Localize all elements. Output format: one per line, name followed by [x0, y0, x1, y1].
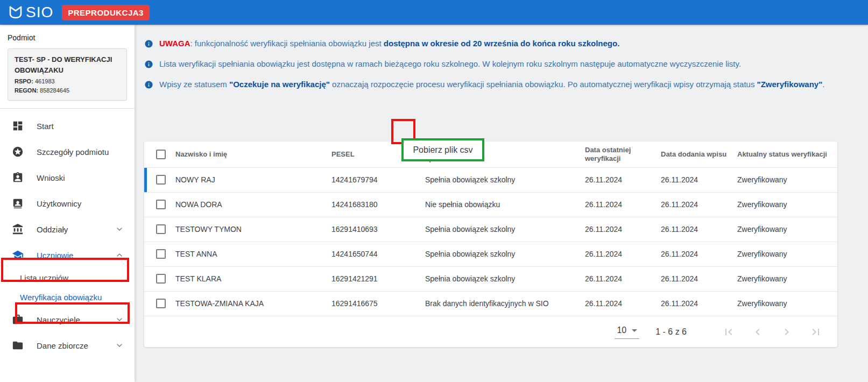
cell-result: Spełnia obowiązek szkolny [425, 217, 585, 242]
row-checkbox[interactable] [156, 175, 166, 185]
notice-text: Wpisy ze statusem "Oczekuje na weryfikac… [159, 80, 825, 90]
entity-name: TEST- SP - DO WERYFIKACJI OBOWIĄZAKU [15, 54, 120, 75]
sio-logo[interactable]: SIO [8, 4, 53, 20]
user-card-icon [12, 197, 24, 209]
notices: UWAGA: funkcjonalność weryfikacji spełni… [144, 39, 860, 100]
cell-result: Nie spełnia obowiązku [425, 192, 585, 217]
cell-pesel: 16291421291 [331, 266, 425, 291]
cell-status: Zweryfikowany [737, 192, 837, 217]
cell-name: TEST KLARA [175, 266, 331, 291]
sidebar-item-dane-zbiorcze[interactable]: Dane zbiorcze [0, 333, 135, 358]
notice-text: Lista weryfikacji spełniania obowiązku j… [159, 59, 741, 69]
table-row[interactable]: NOWA DORA 14241683180 Nie spełnia obowią… [144, 192, 837, 217]
table-row[interactable]: TESTOWA-ZMIANA KAJA 16291416675 Brak dan… [144, 291, 837, 316]
table-row[interactable]: TEST ANNA 14241650744 Spełnia obowiązek … [144, 242, 837, 266]
column-header-name: Nazwisko i imię [175, 142, 331, 167]
chevron-down-icon [115, 225, 124, 234]
row-checkbox[interactable] [156, 299, 166, 308]
notice: Wpisy ze statusem "Oczekuje na weryfikac… [144, 80, 860, 90]
cell-added: 26.11.2024 [661, 167, 737, 192]
sidebar: Podmiot TEST- SP - DO WERYFIKACJI OBOWIĄ… [0, 25, 135, 382]
caret-down-icon [632, 329, 637, 332]
sidebar-menu: StartSzczegóły podmiotuWnioskiUżytkownic… [0, 109, 135, 358]
cell-last-verification: 26.11.2024 [585, 167, 661, 192]
cell-last-verification: 26.11.2024 [585, 291, 661, 316]
sidebar-item-label: Użytkownicy [37, 199, 81, 208]
institution-icon [12, 223, 24, 235]
folder-icon [12, 339, 24, 351]
cell-result: Spełnia obowiązek szkolny [425, 242, 585, 266]
previous-page-icon[interactable] [751, 326, 764, 338]
cell-last-verification: 26.11.2024 [585, 266, 661, 291]
chevron-up-icon [115, 251, 124, 259]
sidebar-item-weryfikacja-obowiazku[interactable]: Weryfikacja obowiązku [0, 287, 135, 307]
last-page-icon[interactable] [809, 326, 822, 338]
sidebar-item-label: Szczegóły podmiotu [37, 147, 109, 157]
cell-status: Zweryfikowany [737, 217, 837, 242]
row-checkbox[interactable] [156, 200, 166, 209]
cell-status: Zweryfikowany [737, 167, 837, 192]
top-bar: SIO PREPRODUKCJA3 [0, 0, 868, 25]
column-header-added: Data dodania wpisu [661, 142, 737, 167]
verification-table: Nazwisko i imię PESEL Wynik weryfikacji … [144, 142, 837, 316]
sidebar-item-label: Dane zbiorcze [37, 341, 88, 350]
entity-regon: REGON: 858284645 [15, 87, 120, 94]
column-header-status: Aktualny status weryfikacji [737, 142, 837, 167]
sidebar-item-label: Nauczyciele [37, 315, 80, 324]
cell-added: 26.11.2024 [661, 291, 737, 316]
sidebar-item-label: Oddziały [37, 225, 68, 234]
sidebar-item-label: Wnioski [37, 173, 65, 182]
info-icon [144, 39, 153, 48]
next-page-icon[interactable] [780, 326, 793, 338]
table-footer: 10 1 - 6 z 6 [144, 316, 837, 347]
star-icon [12, 146, 24, 158]
table-row[interactable]: NOWY RAJ 14241679794 Spełnia obowiązek s… [144, 167, 837, 192]
table-header-row: Nazwisko i imię PESEL Wynik weryfikacji … [144, 142, 837, 167]
cell-pesel: 14241650744 [331, 242, 425, 266]
sidebar-section-label: Podmiot [0, 25, 135, 47]
cell-added: 26.11.2024 [661, 217, 737, 242]
first-page-icon[interactable] [722, 326, 735, 338]
cell-added: 26.11.2024 [661, 192, 737, 217]
sidebar-item-szczegoly-podmiotu[interactable]: Szczegóły podmiotu [0, 139, 135, 165]
cell-name: TESTOWA-ZMIANA KAJA [175, 291, 331, 316]
cell-result: Spełnia obowiązek szkolny [425, 266, 585, 291]
info-icon [144, 60, 153, 69]
row-checkbox[interactable] [156, 274, 166, 284]
row-checkbox[interactable] [156, 249, 166, 259]
sidebar-item-oddzialy[interactable]: Oddziały [0, 216, 135, 242]
cell-last-verification: 26.11.2024 [585, 217, 661, 242]
sidebar-item-lista-uczniow[interactable]: Lista uczniów [0, 268, 135, 287]
chevron-down-icon [115, 341, 124, 350]
entity-rspo: RSPO: 461983 [15, 78, 120, 84]
cell-status: Zweryfikowany [737, 266, 837, 291]
sidebar-item-nauczyciele[interactable]: Nauczyciele [0, 307, 135, 333]
sidebar-item-uzytkownicy[interactable]: Użytkownicy [0, 190, 135, 216]
cell-pesel: 14241683180 [331, 192, 425, 217]
verification-table-panel: Nazwisko i imię PESEL Wynik weryfikacji … [144, 142, 837, 347]
column-header-last-verification: Data ostatniej weryfikacji [585, 142, 661, 167]
sidebar-item-wnioski[interactable]: Wnioski [0, 165, 135, 190]
sidebar-item-uczniowie[interactable]: Uczniowie [0, 242, 135, 268]
select-all-checkbox[interactable] [156, 150, 166, 159]
cell-pesel: 16291416675 [331, 291, 425, 316]
graduation-cap-icon [12, 249, 24, 261]
row-checkbox[interactable] [156, 224, 166, 234]
sio-logo-icon [8, 4, 24, 20]
notice: Lista weryfikacji spełniania obowiązku j… [144, 59, 860, 69]
cell-name: TESTOWY TYMON [175, 217, 331, 242]
briefcase-icon [12, 314, 24, 326]
download-csv-tooltip: Pobierz plik csv [401, 138, 484, 161]
sidebar-item-start[interactable]: Start [0, 113, 135, 139]
cell-added: 26.11.2024 [661, 242, 737, 266]
cell-result: Spełnia obowiązek szkolny [425, 167, 585, 192]
cell-status: Zweryfikowany [737, 291, 837, 316]
pagination-range: 1 - 6 z 6 [655, 327, 687, 337]
table-row[interactable]: TEST KLARA 16291421291 Spełnia obowiązek… [144, 266, 837, 291]
table-row[interactable]: TESTOWY TYMON 16291410693 Spełnia obowią… [144, 217, 837, 242]
page-size-select[interactable]: 10 [615, 324, 639, 339]
chevron-down-icon [115, 315, 124, 324]
sidebar-item-label: Start [37, 122, 54, 131]
sidebar-item-label: Lista uczniów [20, 273, 68, 282]
cell-name: TEST ANNA [175, 242, 331, 266]
